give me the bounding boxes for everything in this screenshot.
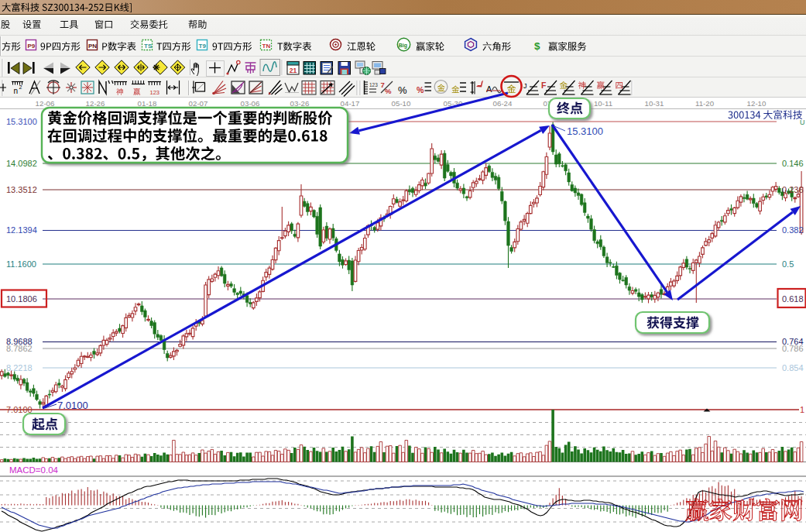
svg-text:01-18: 01-18 [138,99,157,108]
svg-text:F: F [541,81,547,90]
svg-text:15.3100: 15.3100 [6,117,37,126]
svg-text:7.0100: 7.0100 [57,400,88,411]
svg-text:A: A [486,84,492,94]
svg-text:0.236: 0.236 [782,185,804,194]
svg-text:10.1806: 10.1806 [6,294,37,304]
svg-text:05-10: 05-10 [392,99,411,108]
svg-text:U: U [800,118,805,126]
svg-text:10-31: 10-31 [645,99,664,108]
svg-text:12-06: 12-06 [36,99,55,108]
svg-text:03-06: 03-06 [241,99,260,108]
svg-text:0.5: 0.5 [782,259,794,269]
svg-text:%: % [417,85,424,94]
svg-text:%: % [398,84,407,96]
svg-text:123: 123 [150,89,160,96]
svg-text:14.0982: 14.0982 [6,159,37,168]
svg-text:0.146: 0.146 [782,159,804,168]
svg-text:J: J [523,82,527,90]
svg-text:n: n [14,87,19,95]
svg-text:12-26: 12-26 [86,99,105,108]
svg-text:04-17: 04-17 [341,99,360,108]
svg-text:11-20: 11-20 [695,99,715,108]
svg-text:0.382: 0.382 [782,225,804,235]
svg-text:21: 21 [290,67,297,74]
svg-text:Big: Big [399,43,407,49]
svg-text:10-11: 10-11 [594,99,612,108]
svg-text:PN: PN [88,43,97,50]
svg-text:$: $ [534,40,540,52]
svg-text:0.854: 0.854 [782,363,804,372]
svg-text:0.618: 0.618 [782,294,804,304]
svg-text:T9: T9 [199,43,207,50]
svg-text:06-24: 06-24 [493,99,513,108]
svg-text:03-26: 03-26 [290,99,310,108]
svg-text:TS: TS [144,43,153,50]
svg-text:MACD=0.04: MACD=0.04 [9,465,59,475]
svg-text:13.3512: 13.3512 [6,185,37,194]
svg-text:02-07: 02-07 [189,99,208,108]
svg-text:11.1600: 11.1600 [6,259,36,269]
svg-text:7.0100: 7.0100 [6,405,33,414]
svg-text:12.1394: 12.1394 [6,225,37,235]
svg-text:2: 2 [19,84,22,90]
svg-text:7: 7 [381,81,385,89]
svg-text:0.786: 0.786 [782,344,804,353]
svg-text:P9: P9 [28,43,36,50]
svg-text:8.2218: 8.2218 [6,363,33,372]
svg-text:12-10: 12-10 [747,99,767,108]
svg-text:1: 1 [800,405,804,414]
svg-text:TN: TN [262,43,271,50]
svg-text:123: 123 [369,82,378,88]
svg-text:8.7862: 8.7862 [6,344,33,353]
svg-text:15.3100: 15.3100 [567,125,603,137]
